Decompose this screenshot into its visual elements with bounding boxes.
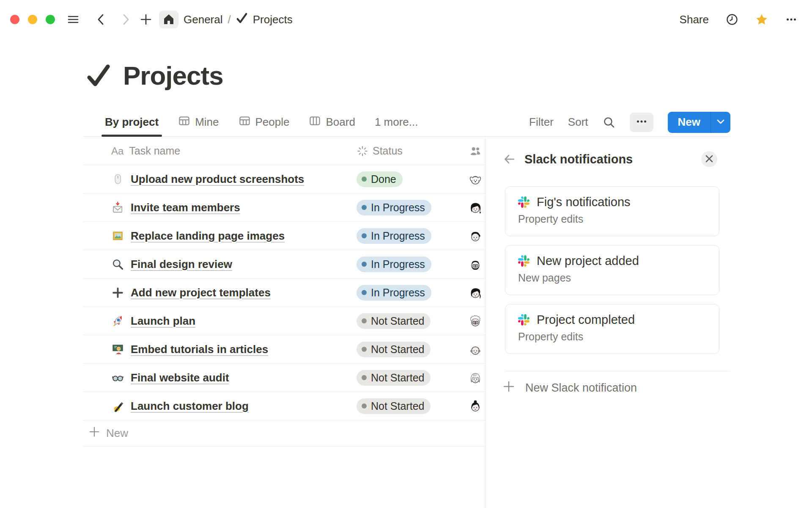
table-row[interactable]: Add new project templates In Progress: [83, 279, 485, 307]
share-button[interactable]: Share: [680, 13, 709, 26]
task-name-link[interactable]: Replace landing page images: [131, 229, 285, 243]
breadcrumb-page[interactable]: Projects: [253, 13, 293, 26]
notification-card[interactable]: New project added New pages: [505, 245, 719, 295]
back-button[interactable]: [95, 13, 107, 26]
breadcrumb-root[interactable]: General: [184, 13, 223, 26]
clock-icon: [726, 13, 738, 26]
card-subtitle: Property edits: [518, 331, 708, 343]
status-badge[interactable]: Not Started: [357, 313, 431, 329]
avatar-man-curly[interactable]: [468, 228, 483, 243]
table-row[interactable]: Upload new product screenshots Done: [83, 165, 485, 193]
status-cell: In Progress: [357, 228, 466, 244]
picture-icon: [111, 229, 124, 243]
avatar-woman-bob[interactable]: [468, 200, 483, 215]
card-subtitle: New pages: [518, 272, 708, 284]
notification-card[interactable]: Project completed Property edits: [505, 304, 719, 354]
view-options-button[interactable]: [630, 113, 653, 132]
avatar-woman-ponytail[interactable]: [468, 285, 483, 300]
table-row[interactable]: Final website audit Not Started: [83, 364, 485, 392]
column-header-status[interactable]: Status: [357, 145, 466, 157]
avatar-dog[interactable]: [468, 171, 483, 187]
close-window-button[interactable]: [10, 15, 19, 24]
new-slack-notification-button[interactable]: New Slack notification: [502, 373, 637, 403]
new-task-row[interactable]: New: [83, 420, 485, 447]
people-cell: [466, 370, 485, 385]
more-options-button[interactable]: [785, 13, 798, 26]
view-tab-by-project[interactable]: By project: [105, 108, 159, 136]
favorite-button[interactable]: [755, 13, 768, 26]
task-name-link[interactable]: Launch plan: [131, 315, 195, 328]
table-row[interactable]: Invite team members In Progress: [83, 193, 485, 222]
card-header: Project completed: [518, 313, 708, 327]
forward-button[interactable]: [119, 13, 132, 26]
status-dot-icon: [362, 205, 367, 210]
avatar-person-curly-glasses[interactable]: [468, 313, 483, 329]
zoom-window-button[interactable]: [46, 15, 55, 24]
panel-close-button[interactable]: [701, 151, 717, 167]
avatar-woman-bangs[interactable]: [468, 370, 483, 385]
table-row[interactable]: Replace landing page images In Progress: [83, 222, 485, 250]
updates-button[interactable]: [726, 13, 738, 26]
task-name-link[interactable]: Add new project templates: [131, 286, 271, 299]
status-badge[interactable]: Not Started: [357, 398, 431, 414]
people-cell: [466, 342, 485, 357]
minimize-window-button[interactable]: [28, 15, 37, 24]
status-badge[interactable]: Done: [357, 171, 403, 187]
status-badge[interactable]: In Progress: [357, 228, 431, 244]
plus-icon: [502, 380, 515, 396]
task-cell: Embed tutorials in articles: [83, 343, 357, 356]
magnifier-icon: [111, 258, 124, 271]
table-row[interactable]: Launch customer blog Not Started: [83, 392, 485, 420]
task-cell: Upload new product screenshots: [83, 173, 357, 186]
task-name-link[interactable]: Embed tutorials in articles: [131, 343, 268, 356]
task-name-link[interactable]: Final design review: [131, 258, 232, 271]
avatar-woman-bun[interactable]: [468, 398, 483, 414]
view-tab-1-more-[interactable]: 1 more...: [375, 108, 418, 136]
task-cell: Final design review: [83, 258, 357, 271]
task-name-link[interactable]: Final website audit: [131, 371, 229, 384]
notification-card[interactable]: Fig's notifications Property edits: [505, 186, 719, 236]
task-name-link[interactable]: Upload new product screenshots: [131, 173, 304, 186]
status-badge[interactable]: In Progress: [357, 285, 431, 301]
page-title[interactable]: Projects: [123, 61, 223, 91]
search-button[interactable]: [603, 116, 615, 129]
task-name-link[interactable]: Invite team members: [131, 201, 240, 214]
status-dot-icon: [362, 177, 367, 182]
new-page-button[interactable]: [140, 13, 152, 26]
sidebar-menu-button[interactable]: [67, 13, 80, 26]
status-badge[interactable]: Not Started: [357, 342, 431, 357]
status-dot-icon: [362, 262, 367, 267]
avatar-man-bald[interactable]: [468, 342, 483, 357]
column-label: Status: [373, 145, 403, 157]
status-badge[interactable]: Not Started: [357, 370, 431, 386]
table-header-row: Aa Task name Status: [83, 137, 485, 165]
status-cell: In Progress: [357, 200, 466, 215]
people-cell: [466, 171, 485, 187]
close-icon: [705, 154, 714, 165]
panel-back-button[interactable]: [502, 152, 516, 166]
view-tab-people[interactable]: People: [239, 108, 290, 136]
column-header-task-name[interactable]: Aa Task name: [83, 145, 357, 157]
card-title: Project completed: [537, 313, 635, 327]
filter-button[interactable]: Filter: [529, 116, 554, 129]
status-badge[interactable]: In Progress: [357, 257, 431, 272]
new-button[interactable]: New: [668, 112, 710, 133]
table-row[interactable]: Launch plan Not Started: [83, 307, 485, 335]
sort-button[interactable]: Sort: [568, 116, 588, 129]
table-row[interactable]: Embed tutorials in articles Not Started: [83, 335, 485, 364]
tab-label: Mine: [195, 116, 219, 129]
task-name-link[interactable]: Launch customer blog: [131, 400, 249, 413]
avatar-man-beard-glasses[interactable]: [468, 257, 483, 272]
star-icon: [755, 13, 768, 26]
view-tab-board[interactable]: Board: [309, 108, 355, 136]
home-button[interactable]: [159, 11, 178, 28]
table-row[interactable]: Final design review In Progress: [83, 250, 485, 279]
new-dropdown-button[interactable]: [710, 112, 730, 133]
table-icon: [239, 115, 251, 130]
column-header-people[interactable]: [466, 145, 485, 157]
view-tab-mine[interactable]: Mine: [178, 108, 219, 136]
envelope-icon: [111, 201, 124, 214]
people-cell: [466, 200, 485, 215]
status-cell: Not Started: [357, 313, 466, 329]
status-badge[interactable]: In Progress: [357, 200, 431, 215]
